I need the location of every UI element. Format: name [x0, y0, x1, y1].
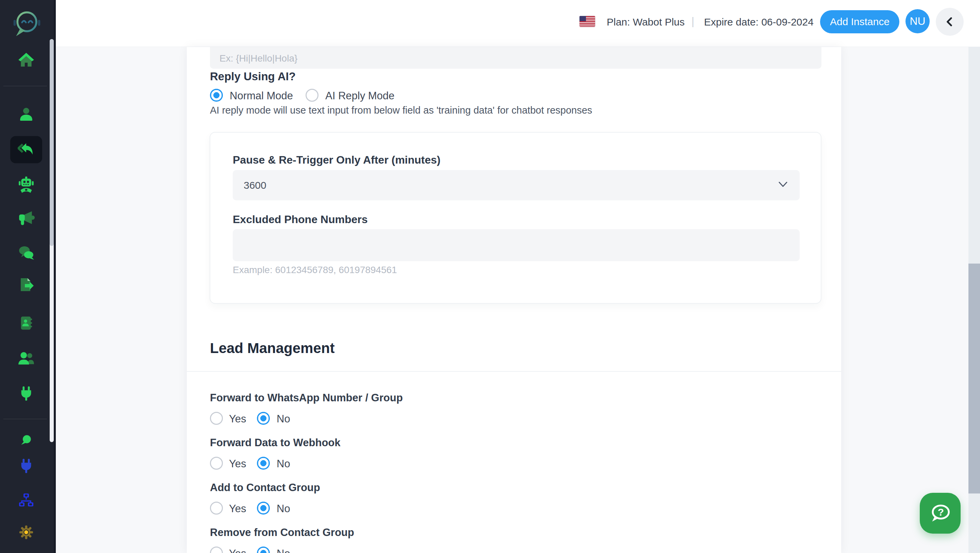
support-chat-button[interactable]: ?: [920, 493, 961, 534]
app-window: Plan: Wabot Plus | Expire date: 06-09-20…: [0, 0, 980, 553]
no-label[interactable]: No: [277, 413, 290, 425]
forward-whatsapp-label: Forward to WhatsApp Number / Group: [210, 392, 403, 404]
excluded-numbers-textarea[interactable]: [233, 229, 800, 261]
remove-contact-group-no-radio[interactable]: [257, 547, 270, 553]
sidebar-item-profile[interactable]: [18, 105, 35, 123]
remove-contact-group-label: Remove from Contact Group: [210, 526, 354, 539]
yes-label[interactable]: Yes: [229, 458, 247, 470]
normal-mode-label[interactable]: Normal Mode: [230, 90, 293, 102]
excluded-numbers-label: Excluded Phone Numbers: [233, 213, 368, 226]
sidebar: [0, 0, 56, 553]
megaphone-icon: [18, 210, 35, 227]
header-separator: |: [692, 15, 694, 27]
section-divider: [187, 371, 841, 372]
sidebar-scrollbar-thumb[interactable]: [50, 39, 54, 246]
top-header: Plan: Wabot Plus | Expire date: 06-09-20…: [56, 0, 980, 47]
ai-reply-mode-label[interactable]: AI Reply Mode: [325, 90, 395, 102]
add-contact-group-label: Add to Contact Group: [210, 481, 320, 494]
sidebar-edge: [54, 0, 56, 553]
pause-retrigger-select[interactable]: 3600: [233, 170, 800, 200]
plug-blue-icon: [18, 458, 34, 474]
remove-contact-group-yes-radio[interactable]: [210, 547, 223, 553]
reply-using-ai-title: Reply Using AI?: [210, 70, 296, 83]
user-avatar[interactable]: NU: [905, 9, 930, 33]
sidebar-item-chatbot[interactable]: [18, 176, 35, 194]
sidebar-item-settings[interactable]: [18, 523, 35, 541]
main-scrollbar-thumb[interactable]: [969, 264, 980, 494]
forward-whatsapp-no-radio[interactable]: [257, 412, 270, 425]
sidebar-item-support-chat[interactable]: [18, 432, 35, 449]
forward-whatsapp-yes-radio[interactable]: [210, 412, 223, 425]
chats-icon: [18, 245, 35, 262]
add-instance-button[interactable]: Add Instance: [820, 10, 899, 33]
svg-text:?: ?: [938, 506, 944, 518]
sidebar-item-broadcast[interactable]: [18, 210, 35, 227]
sidebar-divider: [3, 419, 47, 420]
expire-date-label: Expire date: 06-09-2024: [704, 16, 814, 28]
add-contact-group-no-radio[interactable]: [257, 502, 270, 515]
ai-mode-helper-text: AI reply mode will use text input from b…: [210, 105, 592, 116]
normal-mode-radio[interactable]: [210, 89, 223, 102]
address-book-icon: [18, 315, 34, 331]
pause-retrigger-card: Pause & Re-Trigger Only After (minutes) …: [210, 132, 821, 304]
sidebar-item-home[interactable]: [18, 51, 35, 69]
us-flag-icon: [579, 16, 595, 27]
lead-management-title: Lead Management: [210, 340, 334, 356]
sidebar-item-export[interactable]: [18, 276, 35, 294]
wabot-logo-icon[interactable]: [11, 8, 43, 39]
sitemap-icon: [18, 492, 34, 509]
pause-retrigger-label: Pause & Re-Trigger Only After (minutes): [233, 154, 440, 166]
pause-retrigger-value: 3600: [243, 170, 266, 200]
help-bubble-icon: ?: [926, 499, 955, 528]
yes-label[interactable]: Yes: [229, 503, 247, 515]
users-icon: [18, 350, 35, 367]
chevron-down-icon: [778, 182, 788, 188]
reply-icon: [18, 141, 35, 158]
no-label[interactable]: No: [277, 458, 290, 470]
add-contact-group-yes-radio[interactable]: [210, 502, 223, 515]
sidebar-item-api[interactable]: [18, 457, 35, 475]
chat-bubble-icon: [19, 433, 34, 448]
sidebar-item-flows[interactable]: [18, 491, 35, 509]
excluded-numbers-example: Example: 60123456789, 60197894561: [233, 265, 397, 275]
yes-label[interactable]: Yes: [229, 413, 247, 425]
home-icon: [18, 51, 35, 68]
sidebar-item-contacts[interactable]: [18, 314, 35, 332]
no-label[interactable]: No: [277, 503, 290, 515]
sidebar-divider: [3, 86, 47, 86]
robot-icon: [18, 176, 35, 193]
collapse-button[interactable]: [936, 8, 964, 36]
forward-webhook-label: Forward Data to Webhook: [210, 437, 340, 449]
sidebar-item-auto-reply[interactable]: [18, 141, 35, 159]
plug-icon: [18, 386, 34, 401]
ai-reply-mode-radio[interactable]: [305, 89, 318, 102]
plan-label: Plan: Wabot Plus: [607, 16, 685, 28]
user-icon: [18, 106, 34, 122]
variation-hint: Ex: {Hi|Hello|Hola}: [220, 53, 298, 64]
auto-reply-settings-panel: Ex: {Hi|Hello|Hola} Reply Using AI? Norm…: [187, 47, 841, 553]
chevron-left-icon: [945, 17, 955, 27]
sidebar-item-integrations[interactable]: [18, 385, 35, 402]
message-input-bottom[interactable]: Ex: {Hi|Hello|Hola}: [210, 47, 821, 69]
sidebar-item-live-chat[interactable]: [18, 245, 35, 262]
sidebar-item-groups[interactable]: [18, 350, 35, 367]
file-export-icon: [18, 277, 34, 293]
forward-webhook-yes-radio[interactable]: [210, 457, 223, 470]
yes-label[interactable]: Yes: [229, 548, 247, 553]
no-label[interactable]: No: [277, 548, 290, 553]
gear-icon: [18, 524, 34, 540]
forward-webhook-no-radio[interactable]: [257, 457, 270, 470]
